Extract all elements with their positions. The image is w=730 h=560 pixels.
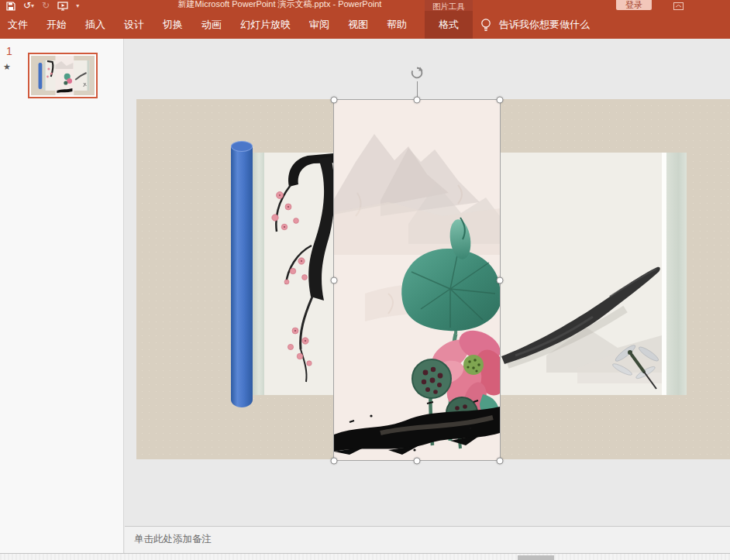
resize-handle-middle-right[interactable] — [497, 277, 504, 284]
tell-me-label: 告诉我你想要做什么 — [499, 18, 590, 32]
powerpoint-window: ↺▾ ↻ ▾ 新建Microsoft PowerPoint 演示文稿.pptx … — [0, 0, 730, 560]
resize-handle-bottom-right[interactable] — [497, 458, 504, 465]
cylinder-top-ellipse — [231, 141, 253, 152]
slide-1-thumbnail[interactable] — [28, 53, 98, 98]
tab-picture-format[interactable]: 格式 — [425, 11, 473, 39]
thumbnail-preview-art — [31, 56, 95, 95]
resize-handle-top-left[interactable] — [331, 97, 338, 104]
scroll-right-roller — [666, 153, 687, 395]
resize-handle-top-right[interactable] — [497, 97, 504, 104]
selected-picture[interactable] — [333, 99, 501, 461]
slide-number: 1 — [6, 45, 12, 57]
blue-cylinder-shape[interactable] — [231, 141, 253, 407]
editing-area: 单击此处添加备注 — [125, 39, 730, 553]
rotation-handle[interactable] — [410, 66, 424, 80]
scroll-left-roller — [253, 153, 264, 395]
tab-help[interactable]: 帮助 — [387, 18, 407, 32]
notes-placeholder: 单击此处添加备注 — [134, 533, 212, 546]
tab-file[interactable]: 文件 — [8, 18, 28, 32]
status-scrollbar-thumb[interactable] — [518, 555, 554, 560]
tab-design[interactable]: 设计 — [124, 18, 144, 32]
customize-qat-caret-icon[interactable]: ▾ — [76, 1, 79, 11]
cylinder-body — [231, 146, 253, 407]
tab-animations[interactable]: 动画 — [201, 18, 222, 32]
picture-tools-contextual-header: 图片工具 — [425, 0, 473, 11]
slide-canvas — [125, 39, 730, 526]
tell-me-search[interactable]: 告诉我你想要做什么 — [480, 11, 590, 39]
tab-insert[interactable]: 插入 — [85, 18, 105, 32]
title-bar: ↺▾ ↻ ▾ 新建Microsoft PowerPoint 演示文稿.pptx … — [0, 0, 730, 11]
resize-handle-bottom-middle[interactable] — [414, 458, 421, 465]
tab-slideshow[interactable]: 幻灯片放映 — [240, 18, 291, 32]
window-title: 新建Microsoft PowerPoint 演示文稿.pptx - Power… — [152, 0, 408, 11]
quick-access-toolbar: ↺▾ ↻ ▾ — [6, 0, 79, 11]
resize-handle-middle-left[interactable] — [331, 277, 338, 284]
ribbon-display-options-icon[interactable] — [673, 0, 685, 9]
plum-blossom-art — [264, 153, 342, 395]
animation-star-icon: ★ — [3, 62, 11, 72]
tab-transitions[interactable]: 切换 — [163, 18, 183, 32]
save-icon[interactable] — [6, 1, 15, 11]
ribbon-tab-row: 文件 开始 插入 设计 切换 动画 幻灯片放映 审阅 视图 帮助 格式 告诉我你… — [0, 11, 730, 39]
notes-pane[interactable]: 单击此处添加备注 — [125, 526, 730, 553]
status-bar-strip — [0, 553, 730, 560]
slide-thumbnail-panel: 1 ★ — [0, 39, 124, 553]
undo-icon[interactable]: ↺▾ — [23, 1, 34, 11]
lightbulb-icon — [480, 18, 491, 33]
start-slideshow-icon[interactable] — [57, 1, 68, 11]
ink-stroke-and-dragonfly-art — [500, 153, 662, 395]
redo-icon[interactable]: ↻ — [42, 1, 50, 11]
tab-home[interactable]: 开始 — [46, 18, 67, 32]
sign-in-button[interactable]: 登录 — [616, 0, 652, 10]
tab-view[interactable]: 视图 — [348, 18, 368, 32]
tab-review[interactable]: 审阅 — [309, 18, 329, 32]
resize-handle-top-middle[interactable] — [414, 97, 421, 104]
resize-handle-bottom-left[interactable] — [331, 458, 338, 465]
lotus-scroll-art — [334, 100, 500, 460]
